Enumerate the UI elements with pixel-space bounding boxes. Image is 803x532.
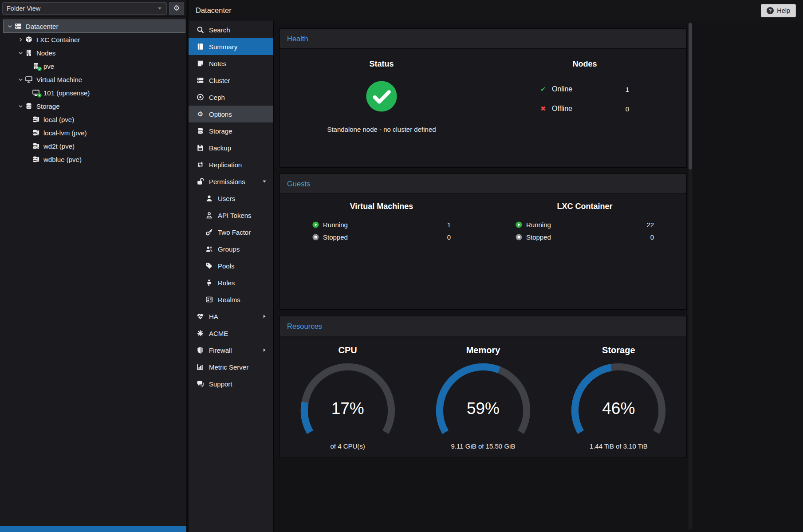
- tree-settings-button[interactable]: ⚙: [169, 2, 184, 15]
- stopped-icon: [312, 234, 319, 240]
- nav-item-permissions[interactable]: Permissions: [189, 173, 273, 190]
- help-button[interactable]: ? Help: [761, 4, 796, 17]
- tree-item-label: 101 (opnsense): [43, 89, 90, 97]
- nav-item-cluster[interactable]: Cluster: [189, 72, 273, 89]
- nav-item-storage[interactable]: Storage: [189, 122, 273, 139]
- ceph-icon: [197, 94, 204, 101]
- nav-item-realms[interactable]: Realms: [189, 291, 273, 308]
- nav-item-firewall[interactable]: Firewall: [189, 342, 273, 359]
- tree-item-storage-wdblue[interactable]: wdblue (pve): [0, 153, 186, 166]
- database-icon: [197, 127, 204, 134]
- tree-item-label: pve: [43, 63, 54, 70]
- nav-item-options[interactable]: ⚙Options: [189, 106, 273, 122]
- nav-item-backup[interactable]: Backup: [189, 139, 273, 156]
- tree-item-storage-local-lvm[interactable]: local-lvm (pve): [0, 126, 186, 139]
- vm-running-icon: [32, 89, 40, 96]
- nav-item-ha[interactable]: HA: [189, 308, 273, 325]
- book-icon: [197, 43, 204, 50]
- resource-tree-sidebar: Folder View ⚙ Datacenter LXC Container N…: [0, 0, 186, 532]
- content-scrollbar[interactable]: [689, 22, 692, 529]
- tree-item-label: local (pve): [43, 116, 74, 123]
- unlock-icon: [197, 178, 204, 185]
- resource-tree: Datacenter LXC Container Nodes pve Virtu…: [0, 17, 186, 166]
- nav-item-search[interactable]: Search: [189, 21, 273, 38]
- guests-vm-column: Virtual Machines Running 1 Stopped 0: [280, 194, 483, 243]
- tree-item-vm-101[interactable]: 101 (opnsense): [0, 86, 186, 99]
- nav-item-two-factor[interactable]: Two Factor: [189, 224, 273, 240]
- note-icon: [197, 60, 204, 67]
- nav-item-label: Search: [209, 26, 230, 34]
- nav-item-acme[interactable]: ACME: [189, 325, 273, 342]
- nav-item-label: Backup: [209, 144, 231, 152]
- address-card-icon: [205, 296, 213, 303]
- nav-item-replication[interactable]: Replication: [189, 156, 273, 173]
- chevron-down-icon[interactable]: [16, 50, 25, 56]
- resources-panel-header: Resources: [280, 316, 686, 336]
- tree-item-label: LXC Container: [36, 36, 80, 43]
- tree-item-lxc-container[interactable]: LXC Container: [0, 33, 186, 46]
- nav-item-metric-server[interactable]: Metric Server: [189, 359, 273, 375]
- chevron-right-icon[interactable]: [16, 37, 25, 43]
- nav-item-support[interactable]: Support: [189, 375, 273, 392]
- burst-icon: [197, 330, 204, 337]
- nav-item-notes[interactable]: Notes: [189, 55, 273, 72]
- nav-item-label: Roles: [218, 279, 235, 287]
- nav-item-users[interactable]: Users: [189, 190, 273, 207]
- lxc-stopped-row: Stopped 0: [516, 231, 654, 243]
- nav-item-label: Support: [209, 380, 232, 388]
- running-count: 22: [646, 221, 654, 229]
- gauge-percent: 46%: [562, 399, 675, 418]
- nav-item-roles[interactable]: Roles: [189, 274, 273, 291]
- chevron-down-icon: [157, 6, 162, 11]
- chevron-down-icon[interactable]: [16, 103, 25, 109]
- tree-item-storage-local[interactable]: local (pve): [0, 113, 186, 126]
- nav-item-label: Cluster: [209, 77, 230, 84]
- tree-item-label: Virtual Machine: [36, 76, 82, 83]
- nav-item-summary[interactable]: Summary: [189, 38, 273, 55]
- server-stack-icon: [14, 23, 22, 30]
- running-label: Running: [323, 221, 348, 229]
- nav-item-pools[interactable]: Pools: [189, 257, 273, 274]
- lxc-column-title: LXC Container: [483, 202, 686, 211]
- running-icon: [516, 221, 522, 228]
- guests-panel-header: Guests: [280, 174, 686, 194]
- nav-item-label: Metric Server: [209, 363, 248, 371]
- chevron-down-icon[interactable]: [5, 24, 14, 29]
- search-icon: [197, 26, 204, 33]
- tree-item-label: Datacenter: [26, 23, 58, 30]
- gauge-caption: of 4 CPU(s): [280, 442, 415, 450]
- lxc-running-row: Running 22: [516, 218, 654, 231]
- view-selector-value: Folder View: [7, 5, 40, 12]
- nav-item-label: Pools: [218, 262, 235, 270]
- chevron-down-icon[interactable]: [16, 77, 25, 83]
- guests-panel: Guests Virtual Machines Running 1 Stoppe…: [279, 173, 687, 310]
- health-panel: Health Status Standalone node - no clust…: [279, 28, 687, 168]
- tree-item-virtual-machine[interactable]: Virtual Machine: [0, 73, 186, 86]
- scrollbar-thumb[interactable]: [689, 23, 692, 169]
- tree-item-datacenter[interactable]: Datacenter: [3, 20, 185, 33]
- nav-item-api-tokens[interactable]: API Tokens: [189, 207, 273, 224]
- nav-item-label: ACME: [209, 330, 228, 337]
- check-badge-icon: [37, 67, 42, 71]
- gauge-title: Storage: [551, 345, 686, 355]
- storage-drive-icon: [32, 142, 40, 150]
- offline-label: Offline: [552, 105, 572, 113]
- nav-item-label: Notes: [209, 60, 226, 67]
- tree-item-label: local-lvm (pve): [43, 129, 87, 137]
- memory-gauge-block: Memory 59% 9.11 GiB of 15.50 GiB: [415, 336, 551, 450]
- tree-item-label: Nodes: [36, 49, 55, 57]
- cube-icon: [25, 36, 33, 43]
- check-icon: ✔: [540, 85, 552, 93]
- shield-icon: [197, 347, 204, 354]
- tree-item-pve[interactable]: pve: [0, 59, 186, 73]
- nav-item-ceph[interactable]: Ceph: [189, 89, 273, 106]
- tree-item-storage-wd2t[interactable]: wd2t (pve): [0, 139, 186, 153]
- nav-item-groups[interactable]: Groups: [189, 240, 273, 257]
- tree-item-storage[interactable]: Storage: [0, 99, 186, 113]
- chevron-right-icon: [262, 347, 267, 353]
- nav-item-label: Permissions: [209, 178, 245, 185]
- view-selector-dropdown[interactable]: Folder View: [2, 2, 167, 15]
- log-panel-splitter[interactable]: [0, 526, 186, 532]
- tree-item-nodes[interactable]: Nodes: [0, 46, 186, 59]
- storage-gauge-block: Storage 46% 1.44 TiB of 3.10 TiB: [551, 336, 686, 450]
